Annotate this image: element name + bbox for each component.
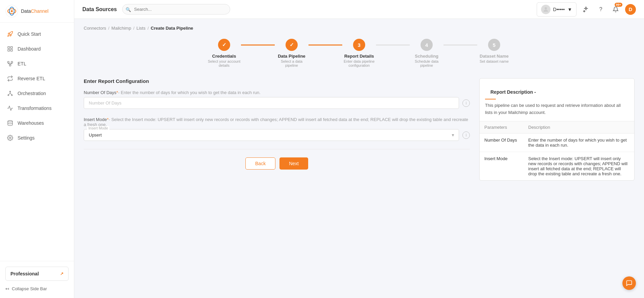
step-sublabel-2: Select a data pipeline bbox=[275, 59, 308, 67]
sidebar-item-etl[interactable]: ETL bbox=[0, 56, 74, 71]
svg-rect-5 bbox=[11, 47, 12, 48]
param-desc-2: Select the Insert mode: UPSERT will inse… bbox=[524, 152, 634, 180]
collapse-sidebar-button[interactable]: ↤ Collapse Side Bar bbox=[5, 285, 69, 293]
collapse-icon: ↤ bbox=[5, 286, 9, 291]
params-col-header: Parameters bbox=[480, 121, 524, 133]
chat-fab-button[interactable] bbox=[622, 276, 636, 290]
param-desc-1: Enter the number of days for which you w… bbox=[524, 133, 634, 152]
step-circle-3: 3 bbox=[353, 39, 365, 51]
warehouses-icon bbox=[7, 120, 14, 126]
content-area: Connectors / Mailchimp / Lists / Create … bbox=[74, 19, 644, 298]
sidebar-item-warehouses[interactable]: Warehouses bbox=[0, 116, 74, 130]
step-dataset-name: 5 Dataset Name Set dataset name bbox=[477, 39, 511, 63]
sidebar-item-quick-start[interactable]: Quick Start bbox=[0, 27, 74, 41]
grid-icon bbox=[7, 46, 14, 52]
help-icon-button[interactable]: ? bbox=[595, 4, 606, 15]
next-button[interactable]: Next bbox=[279, 157, 308, 170]
user-avatar-button[interactable]: D bbox=[625, 4, 636, 15]
step-line-1 bbox=[241, 44, 275, 46]
etl-icon bbox=[7, 60, 14, 67]
breadcrumb: Connectors / Mailchimp / Lists / Create … bbox=[84, 26, 635, 31]
search-bar: 🔍 bbox=[122, 4, 230, 14]
params-table: Parameters Description Number Of Days En… bbox=[480, 121, 634, 180]
user-name: D••••• bbox=[553, 7, 565, 12]
rocket-icon bbox=[7, 31, 14, 37]
breadcrumb-current: Create Data Pipeline bbox=[151, 26, 193, 31]
sidebar-bottom: Professional ↗ ↤ Collapse Side Bar bbox=[0, 261, 74, 298]
svg-point-23 bbox=[544, 7, 547, 9]
svg-rect-7 bbox=[8, 50, 9, 51]
report-description-column: Report Description - This pipeline can b… bbox=[479, 78, 635, 181]
external-link-icon: ↗ bbox=[60, 271, 63, 276]
form-buttons: Back Next bbox=[84, 157, 470, 170]
sidebar-item-settings[interactable]: Settings bbox=[0, 130, 74, 145]
step-circle-4: 4 bbox=[421, 39, 433, 51]
step-circle-5: 5 bbox=[488, 39, 500, 51]
param-row-1: Number Of Days Enter the number of days … bbox=[480, 133, 634, 152]
svg-line-20 bbox=[10, 93, 12, 95]
user-avatar-small bbox=[541, 5, 551, 14]
step-label-1: Credentials bbox=[212, 54, 236, 59]
number-of-days-label: Number Of Days*- Enter the number of day… bbox=[84, 90, 470, 95]
reverse-etl-icon bbox=[7, 75, 14, 82]
step-sublabel-1: Select your account details bbox=[207, 59, 241, 67]
search-input[interactable] bbox=[122, 4, 230, 14]
step-data-pipeline: ✓ Data Pipeline Select a data pipeline bbox=[275, 39, 308, 67]
logo-icon bbox=[5, 5, 18, 18]
svg-point-22 bbox=[9, 137, 11, 139]
header-right: D••••• ▼ ? 99+ D bbox=[537, 2, 636, 17]
desc-col-header: Description bbox=[524, 121, 634, 133]
form-column: Enter Report Configuration Number Of Day… bbox=[84, 78, 470, 181]
step-sublabel-4: Schedule data pipeline bbox=[410, 59, 444, 67]
stepper: ✓ Credentials Select your account detail… bbox=[84, 39, 635, 67]
number-of-days-info-icon[interactable]: i bbox=[462, 99, 470, 107]
sidebar-item-reverse-etl[interactable]: Reverse ETL bbox=[0, 71, 74, 86]
insert-mode-select-wrapper: Insert Mode Upsert Append Replace ▼ bbox=[84, 129, 459, 141]
breadcrumb-lists[interactable]: Lists bbox=[136, 26, 145, 31]
insert-mode-input-row: Insert Mode Upsert Append Replace ▼ i bbox=[84, 129, 470, 141]
search-icon: 🔍 bbox=[126, 7, 131, 12]
professional-badge[interactable]: Professional ↗ bbox=[5, 267, 69, 281]
breadcrumb-mailchimp[interactable]: Mailchimp bbox=[111, 26, 131, 31]
number-of-days-input-row: i bbox=[84, 97, 470, 109]
insert-mode-label: Insert Mode*- Select the Insert mode: UP… bbox=[84, 117, 470, 127]
back-button[interactable]: Back bbox=[245, 157, 275, 170]
sidebar-item-label: Settings bbox=[18, 135, 35, 141]
insert-mode-select[interactable]: Upsert Append Replace bbox=[84, 129, 459, 141]
sidebar-item-orchestration[interactable]: Orchestration bbox=[0, 86, 74, 101]
transformations-icon bbox=[7, 105, 14, 112]
magic-icon-button[interactable] bbox=[581, 4, 591, 15]
sidebar: DataChannel Quick Start Dashboard ETL bbox=[0, 0, 74, 298]
sidebar-item-transformations[interactable]: Transformations bbox=[0, 101, 74, 116]
step-sublabel-5: Set dataset name bbox=[480, 59, 509, 63]
report-desc-text: This pipeline can be used to request and… bbox=[480, 99, 634, 121]
step-circle-1: ✓ bbox=[218, 39, 230, 51]
param-name-2: Insert Mode bbox=[480, 152, 524, 180]
step-line-2 bbox=[308, 44, 342, 46]
sidebar-nav: Quick Start Dashboard ETL Reverse ETL bbox=[0, 23, 74, 261]
step-sublabel-3: Enter data pipeline configuration bbox=[342, 59, 376, 67]
svg-line-19 bbox=[8, 93, 10, 95]
step-label-4: Scheduling bbox=[415, 54, 438, 59]
notification-icon-button[interactable]: 99+ bbox=[610, 4, 621, 15]
breadcrumb-connectors[interactable]: Connectors bbox=[84, 26, 106, 31]
form-divider bbox=[84, 149, 470, 149]
user-dropdown[interactable]: D••••• ▼ bbox=[537, 2, 576, 17]
svg-rect-6 bbox=[11, 50, 12, 51]
insert-mode-info-icon[interactable]: i bbox=[462, 131, 470, 139]
step-report-details: 3 Report Details Enter data pipeline con… bbox=[342, 39, 376, 67]
header: Data Sources 🔍 D••••• ▼ ? 99+ D bbox=[74, 0, 644, 19]
sidebar-item-label: Warehouses bbox=[18, 120, 44, 126]
svg-rect-4 bbox=[8, 47, 9, 48]
sidebar-item-label: Reverse ETL bbox=[18, 76, 45, 81]
sidebar-item-dashboard[interactable]: Dashboard bbox=[0, 41, 74, 56]
sidebar-item-label: Dashboard bbox=[18, 46, 41, 52]
settings-icon bbox=[7, 135, 14, 141]
insert-mode-group: Insert Mode*- Select the Insert mode: UP… bbox=[84, 117, 470, 141]
step-label-3: Report Details bbox=[344, 54, 374, 59]
sidebar-item-label: Orchestration bbox=[18, 91, 46, 96]
svg-point-21 bbox=[8, 121, 12, 122]
number-of-days-input[interactable] bbox=[84, 97, 459, 109]
main-area: Data Sources 🔍 D••••• ▼ ? 99+ D bbox=[74, 0, 644, 298]
step-label-5: Dataset Name bbox=[480, 54, 509, 59]
